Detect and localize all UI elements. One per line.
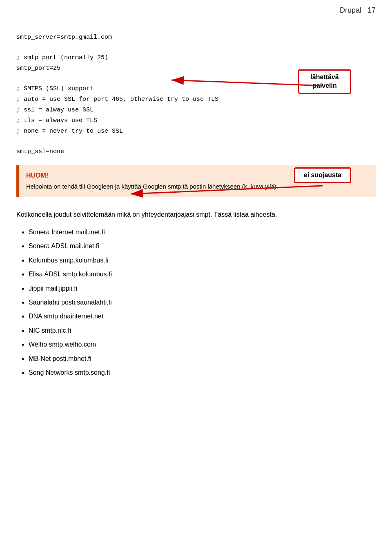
- page-header: Drupal 17: [340, 6, 376, 15]
- code-line-6: ; ssl = alway use SSL: [16, 105, 376, 115]
- code-block: smtp_server=smtp.gmail.com ; smtp port (…: [16, 33, 376, 157]
- list-item: DNA smtp.dnainternet.net: [29, 310, 376, 322]
- list-item: Jippii mail.jippii.fi: [29, 282, 376, 295]
- body-intro: Kotikoneella joudut selvittelemään mikä …: [16, 209, 376, 220]
- list-item: Kolumbus smtp.kolumbus.fi: [29, 254, 376, 267]
- list-item: Welho smtp.welho.com: [29, 338, 376, 351]
- code-line-1: smtp_server=smtp.gmail.com: [16, 33, 376, 42]
- code-line-7: ; tls = always use TLS: [16, 116, 376, 126]
- code-line-3: smtp_port=25: [16, 64, 376, 73]
- huom-text: Helpointa on tehdä tili Googleen ja käyt…: [26, 182, 368, 191]
- list-item: Elisa ADSL smtp.kolumbus.fi: [29, 268, 376, 280]
- site-title: Drupal: [340, 6, 361, 14]
- list-item: Song Networks smtp.song.fi: [29, 367, 376, 379]
- page-number: 17: [368, 6, 376, 14]
- list-item: MB-Net posti.mbnet.fi: [29, 353, 376, 365]
- code-section: lähettäväpalvelin ei suojausta smtp_serv…: [16, 33, 376, 157]
- list-item: Saunalahti posti.saunalahti.fi: [29, 296, 376, 309]
- code-line-5: ; auto = use SSL for port 465, otherwise…: [16, 95, 376, 105]
- code-line-9: smtp_ssl=none: [16, 147, 376, 157]
- code-line-2: ; smtp port (normally 25): [16, 53, 376, 63]
- list-item: NIC smtp.nic.fi: [29, 325, 376, 337]
- code-line-8: ; none = never try to use SSL: [16, 127, 376, 136]
- code-line-4: ; SMTPS (SSL) support: [16, 84, 376, 94]
- list-item: Sonera Internet mail.inet.fi: [29, 226, 376, 238]
- annotation-suojausta: ei suojausta: [294, 167, 351, 183]
- provider-list: Sonera Internet mail.inet.fiSonera ADSL …: [29, 226, 376, 379]
- list-item: Sonera ADSL mail.inet.fi: [29, 240, 376, 252]
